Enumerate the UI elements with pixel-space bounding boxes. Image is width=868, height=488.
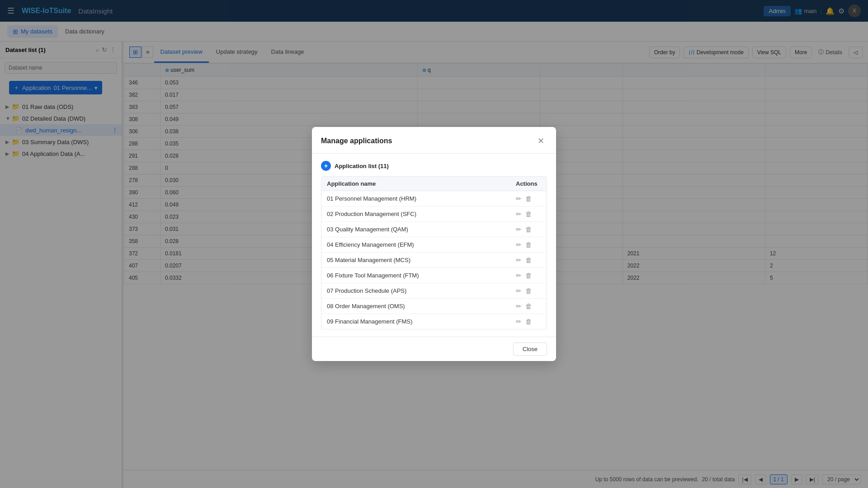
edit-icon[interactable]: ✏	[516, 272, 522, 280]
col-header-actions: Actions	[510, 177, 547, 191]
modal-close-button[interactable]: ✕	[535, 135, 547, 147]
delete-icon[interactable]: 🗑	[525, 241, 532, 249]
app-row: 04 Efficiency Management (EFM) ✏ 🗑	[321, 237, 547, 253]
delete-icon[interactable]: 🗑	[525, 225, 532, 233]
modal-footer: Close	[312, 337, 556, 361]
app-name-cell: 02 Production Management (SFC)	[321, 206, 510, 221]
delete-icon[interactable]: 🗑	[525, 302, 532, 310]
app-actions-cell: ✏ 🗑	[510, 300, 547, 313]
app-actions-cell: ✏ 🗑	[510, 315, 547, 328]
app-name-cell: 05 Material Management (MCS)	[321, 253, 510, 267]
app-name-cell: 09 Financial Management (FMS)	[321, 314, 510, 329]
add-app-icon[interactable]: +	[321, 161, 331, 171]
app-name-cell: 03 Quality Management (QAM)	[321, 222, 510, 237]
app-name-cell: 06 Fixture Tool Management (FTM)	[321, 268, 510, 283]
app-actions-cell: ✏ 🗑	[510, 269, 547, 282]
edit-icon[interactable]: ✏	[516, 210, 522, 218]
app-row: 08 Order Management (OMS) ✏ 🗑	[321, 299, 547, 314]
edit-icon[interactable]: ✏	[516, 195, 522, 203]
edit-icon[interactable]: ✏	[516, 256, 522, 264]
app-row: 02 Production Management (SFC) ✏ 🗑	[321, 206, 547, 222]
app-table-body: 01 Personnel Management (HRM) ✏ 🗑 02 Pro…	[321, 191, 547, 329]
app-table-header: Application name Actions	[321, 177, 547, 191]
app-name-cell: 08 Order Management (OMS)	[321, 299, 510, 314]
app-actions-cell: ✏ 🗑	[510, 238, 547, 252]
app-actions-cell: ✏ 🗑	[510, 223, 547, 236]
app-name-cell: 01 Personnel Management (HRM)	[321, 191, 510, 206]
delete-icon[interactable]: 🗑	[525, 318, 532, 325]
modal-body: + Application list (11) Application name…	[312, 154, 556, 337]
delete-icon[interactable]: 🗑	[525, 210, 532, 218]
app-row: 06 Fixture Tool Management (FTM) ✏ 🗑	[321, 268, 547, 283]
modal-overlay[interactable]: Manage applications ✕ + Application list…	[0, 0, 868, 488]
modal-header: Manage applications ✕	[312, 127, 556, 154]
app-actions-cell: ✏ 🗑	[510, 192, 547, 206]
modal-close-footer-button[interactable]: Close	[513, 343, 547, 356]
app-row: 07 Production Schedule (APS) ✏ 🗑	[321, 283, 547, 299]
edit-icon[interactable]: ✏	[516, 241, 522, 249]
app-actions-cell: ✏ 🗑	[510, 207, 547, 221]
edit-icon[interactable]: ✏	[516, 318, 522, 326]
app-name-cell: 07 Production Schedule (APS)	[321, 283, 510, 298]
delete-icon[interactable]: 🗑	[525, 256, 532, 264]
app-row: 01 Personnel Management (HRM) ✏ 🗑	[321, 191, 547, 206]
app-row: 05 Material Management (MCS) ✏ 🗑	[321, 253, 547, 268]
col-header-app-name: Application name	[321, 177, 510, 191]
app-name-cell: 04 Efficiency Management (EFM)	[321, 237, 510, 252]
app-row: 09 Financial Management (FMS) ✏ 🗑	[321, 314, 547, 329]
app-list-header: + Application list (11)	[321, 161, 547, 171]
delete-icon[interactable]: 🗑	[525, 287, 532, 295]
edit-icon[interactable]: ✏	[516, 225, 522, 234]
app-table: Application name Actions 01 Personnel Ma…	[321, 176, 547, 329]
delete-icon[interactable]: 🗑	[525, 272, 532, 279]
delete-icon[interactable]: 🗑	[525, 195, 532, 202]
edit-icon[interactable]: ✏	[516, 287, 522, 295]
manage-applications-modal: Manage applications ✕ + Application list…	[312, 127, 556, 361]
edit-icon[interactable]: ✏	[516, 302, 522, 310]
app-row: 03 Quality Management (QAM) ✏ 🗑	[321, 222, 547, 237]
app-list-title: Application list (11)	[335, 163, 389, 169]
app-actions-cell: ✏ 🗑	[510, 253, 547, 267]
modal-title: Manage applications	[321, 137, 392, 145]
app-actions-cell: ✏ 🗑	[510, 284, 547, 298]
